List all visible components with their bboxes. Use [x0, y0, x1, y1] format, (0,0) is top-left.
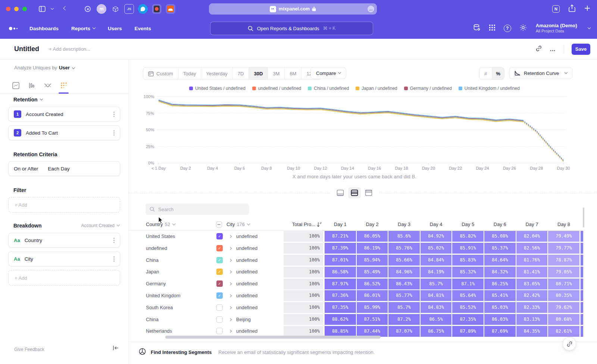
retention-cell[interactable]: 85.91% [452, 243, 484, 254]
orange-app-icon[interactable] [166, 4, 175, 14]
vertical-scrollbar[interactable] [583, 207, 584, 228]
range-6m[interactable]: 6M [284, 68, 301, 79]
unit-percent[interactable]: % [492, 68, 504, 79]
retention-cell[interactable]: 85.52% [452, 302, 484, 313]
retention-cell[interactable]: 87.1% [452, 279, 484, 289]
retention-cell[interactable]: 86.01% [357, 290, 388, 301]
criteria-each-day[interactable]: Each Day [48, 166, 70, 172]
retention-cell[interactable]: 86.25% [484, 279, 516, 289]
ring-extension-icon[interactable] [83, 4, 93, 14]
row-checkbox[interactable]: ✓ [216, 233, 223, 239]
row-checkbox[interactable] [216, 304, 223, 311]
legend-item[interactable]: United States / undefined [189, 86, 246, 91]
day-column-header[interactable]: Day 6 [484, 218, 516, 230]
city-cell[interactable]: Beijing [236, 314, 251, 326]
new-tab-icon[interactable] [584, 5, 590, 13]
retention-cell[interactable]: 86.58% [325, 267, 356, 277]
tab-flows[interactable] [44, 82, 51, 89]
total-column-header[interactable]: Total Pro... [282, 218, 315, 230]
range-custom[interactable]: Custom [143, 68, 178, 79]
retention-cell[interactable]: 87.21% [325, 231, 356, 242]
row-checkbox[interactable]: ✓ [216, 292, 223, 299]
criteria-on-or-after[interactable]: On or After [14, 166, 38, 172]
copy-link-icon[interactable] [535, 45, 542, 53]
retention-cell[interactable]: 87.07% [388, 326, 420, 337]
retention-cell[interactable]: 85.03% [484, 302, 516, 313]
retention-cell[interactable]: 82.42% [516, 290, 548, 301]
retention-cell[interactable]: 79.77% [548, 243, 579, 254]
country-cell[interactable]: Germany [146, 278, 166, 290]
country-cell[interactable]: United Kingdom [146, 290, 181, 302]
back-icon[interactable] [60, 4, 70, 14]
tab-retention[interactable] [60, 82, 68, 89]
cube-extension-icon[interactable] [110, 4, 120, 14]
breakdown-event-dropdown[interactable]: Account Created [81, 223, 119, 228]
tab-insights[interactable] [12, 82, 19, 89]
row-checkbox[interactable] [216, 316, 223, 323]
retention-cell[interactable]: 83.13% [516, 314, 548, 325]
retention-cell[interactable]: 86.03% [484, 314, 516, 325]
breakdown-menu-icon[interactable] [113, 258, 115, 260]
retention-cell[interactable]: 85.64% [452, 290, 484, 301]
retention-section-label[interactable]: Retention [13, 97, 38, 103]
apps-grid-icon[interactable] [489, 24, 496, 32]
address-bar[interactable]: •• mixpanel.com … [209, 3, 377, 15]
add-filter-button[interactable]: + Add [8, 197, 120, 213]
breakdown-menu-icon[interactable] [113, 240, 115, 241]
retention-cell[interactable]: 82.61% [548, 326, 579, 337]
retention-cell[interactable]: 82.56% [516, 243, 548, 254]
retention-cell[interactable]: 85.7% [388, 302, 420, 313]
breakdown-country[interactable]: Aa Country [8, 233, 120, 248]
view-toggle-split[interactable] [348, 187, 361, 198]
share-icon[interactable] [569, 4, 575, 13]
country-cell[interactable]: China [146, 254, 159, 266]
retention-cell[interactable]: 85.76% [388, 243, 420, 254]
retention-cell[interactable]: 80.71% [548, 279, 579, 289]
breakdown-city[interactable]: Aa City [8, 251, 120, 266]
analyze-value-dropdown[interactable]: User [59, 65, 70, 70]
retention-cell[interactable]: 84.92% [421, 231, 452, 242]
add-description[interactable]: + Add description... [49, 46, 90, 52]
js-extension-icon[interactable]: JS [124, 4, 134, 14]
help-icon[interactable]: ? [504, 25, 511, 32]
retention-cell[interactable]: 78.87% [548, 255, 579, 266]
city-cell[interactable]: undefined [236, 242, 257, 254]
retention-cell[interactable]: 84.19% [421, 267, 452, 277]
retention-cell[interactable]: 86.52% [357, 279, 388, 289]
retention-cell[interactable]: 84.83% [421, 302, 452, 313]
retention-cell[interactable]: 86.43% [388, 279, 420, 289]
legend-item[interactable]: undefined / undefined [252, 86, 301, 91]
range-yesterday[interactable]: Yesterday [201, 68, 232, 79]
zoom-window-icon[interactable] [22, 7, 27, 11]
row-checkbox[interactable]: ✓ [216, 245, 223, 251]
retention-cell[interactable]: 84.32% [484, 267, 516, 277]
retention-cell[interactable]: 87.44% [357, 326, 388, 337]
retention-cell[interactable]: 84.35% [516, 326, 548, 337]
range-30d[interactable]: 30D [249, 68, 268, 79]
city-cell[interactable]: undefined [236, 278, 257, 290]
nav-link-reports[interactable]: Reports [71, 26, 95, 31]
step-menu-icon[interactable] [113, 114, 115, 115]
day-column-header[interactable]: Day 8 [548, 218, 579, 230]
city-column-header[interactable]: City176 [226, 218, 250, 230]
collapse-sidebar-icon[interactable] [113, 345, 119, 352]
expand-row-icon[interactable] [229, 282, 232, 285]
retention-cell[interactable]: 87.51% [357, 314, 388, 325]
retention-cell[interactable]: 81.76% [516, 255, 548, 266]
retention-cell[interactable]: 84.96% [388, 267, 420, 277]
bird-extension-icon[interactable] [138, 4, 148, 14]
retention-cell[interactable]: 82.33% [516, 302, 548, 313]
day-column-header[interactable]: Day 2 [357, 218, 388, 230]
horizontal-scrollbar[interactable] [165, 336, 381, 339]
unit-absolute[interactable]: # [479, 68, 492, 79]
tab-funnels[interactable] [28, 82, 35, 89]
project-switcher[interactable]: Amazonia {Demo} All Project Data [536, 23, 577, 34]
share-link-floating-button[interactable] [563, 337, 576, 351]
row-checkbox[interactable]: ✓ [216, 257, 223, 263]
row-checkbox[interactable] [216, 328, 223, 334]
day-column-header[interactable]: Day 7 [516, 218, 548, 230]
retention-cell[interactable]: 86.5% [421, 314, 452, 325]
global-search-button[interactable]: Open Reports & Dashboards ⌘ + K [210, 22, 373, 35]
retention-cell[interactable]: 86.75% [421, 326, 452, 337]
retention-cell[interactable]: 80.68% [548, 314, 579, 325]
